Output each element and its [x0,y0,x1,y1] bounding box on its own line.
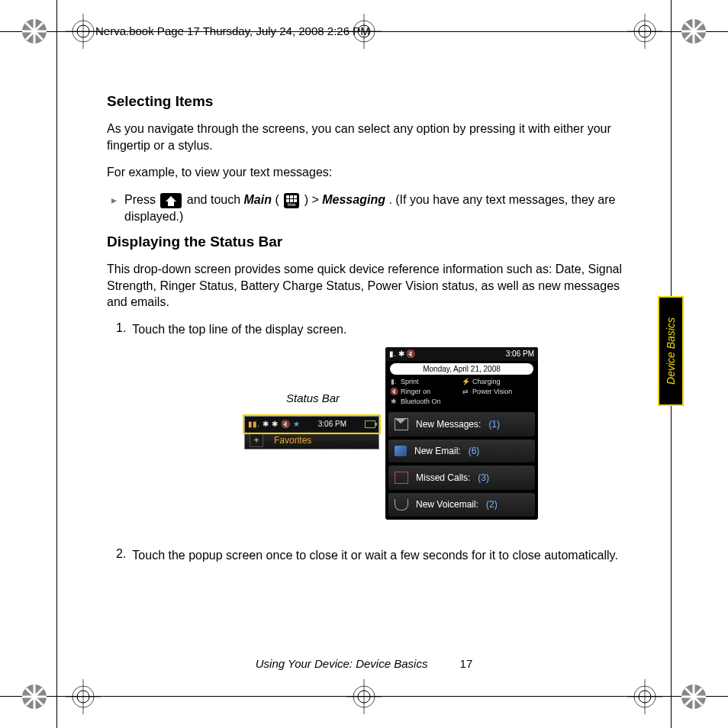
favorites-label: Favorites [274,435,311,446]
status-bar-callout: Status Bar [286,391,340,404]
crop-wheel-icon [676,14,711,49]
status-icons: ▮▮.✱✱🔇★ [248,420,300,428]
mail-icon [395,446,407,456]
envelope-icon [395,418,408,430]
row-new-email: New Email: (6) [388,440,535,462]
clock: 3:06 PM [318,420,346,428]
phone-screenshot-expanded: ▮. ✱ 🔇 3:06 PM Monday, April 21, 2008 ▮.… [385,347,538,520]
crop-target-icon [627,679,662,714]
para: For example, to view your text messages: [107,164,626,181]
status-bar-figure: Status Bar ▮▮.✱✱🔇★ 3:06 PM + Favorites ▮… [130,347,626,538]
page-header: Nerva.book Page 17 Thursday, July 24, 20… [95,24,370,37]
date-pill: Monday, April 21, 2008 [390,363,533,375]
phone-icon [395,472,408,484]
step-text: Touch the popup screen once to close it … [132,547,617,564]
step-text: Touch the top line of the display screen… [132,321,346,338]
home-key-icon [160,193,182,208]
row-new-voicemail: New Voicemail: (2) [388,493,535,517]
row-missed-calls: Missed Calls: (3) [388,465,535,490]
para: As you navigate through the screens, you… [107,121,626,153]
battery-icon [365,420,375,428]
row-new-messages: New Messages: (1) [388,412,535,436]
clock: 3:06 PM [506,350,534,358]
crop-wheel-icon [17,679,52,714]
heading-status-bar: Displaying the Status Bar [107,234,626,250]
page-footer: Using Your Device: Device Basics 17 [0,657,728,670]
status-bar-row: ▮▮.✱✱🔇★ 3:06 PM [245,417,378,432]
voicemail-icon [395,499,408,511]
add-favorite-icon: + [250,433,263,447]
crop-wheel-icon [676,679,711,714]
heading-selecting-items: Selecting Items [107,93,626,110]
status-icons: ▮. ✱ 🔇 [389,350,415,358]
step-number: 2. [116,547,126,564]
main-menu-icon: Main [284,193,299,208]
step-number: 1. [116,321,126,338]
crop-wheel-icon [17,14,52,49]
favorites-row: + Favorites [245,432,378,449]
section-tab: Device Basics [658,296,684,406]
phone-screenshot-collapsed: ▮▮.✱✱🔇★ 3:06 PM + Favorites [244,416,379,449]
crop-target-icon [627,14,662,49]
status-bar-row: ▮. ✱ 🔇 3:06 PM [385,347,538,361]
bullet-text: Press and touch Main ( Main ) > Messagin… [124,192,626,224]
crop-target-icon [66,679,101,714]
bullet-marker: ▸ [111,192,117,224]
crop-target-icon [346,679,382,714]
para: This drop-down screen provides some quic… [107,261,626,311]
status-grid: ▮.Sprint ⚡Charging 🔇Ringer on ⇄Power Vis… [385,378,538,409]
